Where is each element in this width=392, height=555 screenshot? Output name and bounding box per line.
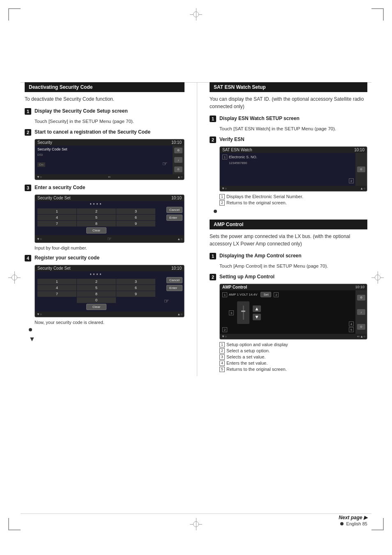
security-code-screen-2: Security Code Set 10:10 **** 1 2 3 4 5 6… xyxy=(35,265,184,317)
sat-screen-time: 10:10 xyxy=(354,148,364,152)
step-2-label: Start to cancel a registration of the Se… xyxy=(35,129,150,136)
amp-ann1-box: 1 xyxy=(222,292,227,297)
btn3-3[interactable]: 3 xyxy=(116,279,155,284)
btn-1[interactable]: 1 xyxy=(37,208,76,214)
amp-ann3-box: 3 xyxy=(229,310,234,315)
btn3-7[interactable]: 7 xyxy=(37,291,76,297)
amp-step-1-label: Displaying the Amp Control screen xyxy=(219,252,302,259)
amp-step-1: 1 Displaying the Amp Control screen xyxy=(210,252,367,259)
sat-ann-1: 1 Displays the Electronic Serial Number. xyxy=(219,194,367,199)
page-dot xyxy=(340,522,344,525)
sat-step-1: 1 Display ESN Watch SETUP screen xyxy=(210,115,367,122)
amp-screen-header: AMP Control 10:10 xyxy=(220,284,367,290)
amp-screen: AMP Control 10:10 1 AMP 1 VOLT 14.4V Set xyxy=(219,284,367,340)
cancel-btn-2[interactable]: Cancel xyxy=(166,277,182,283)
btn3-9[interactable]: 9 xyxy=(116,291,155,297)
amp-ann1-row: 1 AMP 1 VOLT 14.4V Set 2 xyxy=(222,292,353,297)
amp-step-2: 2 Setting up Amp Control xyxy=(210,273,367,280)
btn3-0[interactable]: 0 xyxy=(77,297,116,303)
btn3-2[interactable]: 2 xyxy=(77,279,116,284)
amp-ann-5: 5 Returns to the original screen. xyxy=(219,367,367,372)
screen3-header: Security Code Set 10:10 xyxy=(35,265,184,271)
amp-slider-thumb xyxy=(241,311,245,312)
sat-screen-header: SAT ESN Watch 10:10 xyxy=(220,147,367,153)
step-3-label: Enter a security Code xyxy=(35,184,85,191)
btn3-6[interactable]: 6 xyxy=(116,285,155,291)
screen3-time: 10:10 xyxy=(171,266,182,271)
sat-step-1-desc: Touch [SAT ESN Watch] in the SETUP Menu … xyxy=(219,125,367,132)
amp-down-arrow[interactable]: ▼ xyxy=(253,314,261,320)
right-column: SAT ESN Watch Setup You can display the … xyxy=(197,82,367,376)
btn-4[interactable]: 4 xyxy=(37,215,76,220)
clear-btn-1[interactable]: Clear xyxy=(86,227,106,234)
sat-screen-title: SAT ESN Watch xyxy=(222,148,252,152)
screen3-dots: **** xyxy=(37,273,155,278)
sat-screen-elabel: Electronic S. NO. xyxy=(229,155,257,159)
down-arrow: ▼ xyxy=(29,335,184,343)
sat-side-icons: ⊙ xyxy=(355,153,367,186)
btn-6[interactable]: 6 xyxy=(116,215,155,220)
amp-step-2-label: Setting up Amp Control xyxy=(219,273,274,280)
amp-header: AMP Control xyxy=(210,220,367,229)
bullet-left xyxy=(29,328,32,331)
screen1-side-icons: ⚙ ♪ ⊙ xyxy=(173,146,184,174)
screen1-subtitle: Security Code Set xyxy=(37,147,170,151)
amp-ann2-box: 2 xyxy=(222,327,227,332)
btn-9[interactable]: 9 xyxy=(116,221,155,227)
btn-8[interactable]: 8 xyxy=(77,221,116,227)
screen1-on-btn: On xyxy=(37,162,45,167)
page-number: English 85 xyxy=(339,521,367,526)
screen2-side-btns: Cancel Enter xyxy=(166,207,182,221)
screen1-icon1: ⚙ xyxy=(174,148,182,153)
step-4: 4 Register your security code xyxy=(25,254,184,261)
amp-up-arrow[interactable]: ▲ xyxy=(253,305,261,312)
step-4-label: Register your security code xyxy=(35,254,99,261)
left-column: Deactivating Security Code To deactivate… xyxy=(25,82,197,376)
sat-screen-bottom: ▼○ ▲○ xyxy=(220,186,367,191)
sat-step-2: 2 Verify ESN xyxy=(210,136,367,143)
deactivating-intro: To deactivate the Security Code function… xyxy=(25,95,184,103)
amp-ann5-box-wrap: 5 xyxy=(349,327,354,332)
btn-2[interactable]: 2 xyxy=(77,208,116,214)
amp-step-1-desc: Touch [Amp Control] in the SETUP Menu (p… xyxy=(219,263,367,269)
security-code-screen-1: Security Code Set 10:10 **** 1 2 3 4 5 6… xyxy=(35,194,184,243)
btn3-1[interactable]: 1 xyxy=(37,279,76,284)
note-cleared: Now, your security code is cleared. xyxy=(35,320,184,325)
amp-ann45-boxes: 4 xyxy=(349,321,354,326)
amp-set-btn[interactable]: Set xyxy=(261,292,271,297)
amp-ann-4: 4 Enters the set value. xyxy=(219,361,367,366)
btn3-4[interactable]: 4 xyxy=(37,285,76,291)
clear-btn-2[interactable]: Clear xyxy=(86,304,106,310)
sat-intro: You can display the SAT ID. (with the op… xyxy=(210,95,367,110)
cancel-btn-1[interactable]: Cancel xyxy=(166,207,182,213)
enter-btn-1[interactable]: Enter xyxy=(166,215,182,221)
screen1-title: Security xyxy=(37,140,52,145)
amp-screen-bottom: ▼○ ⇐▲○ xyxy=(220,334,367,339)
amp-screen-time: 10:10 xyxy=(355,285,364,289)
btn-5[interactable]: 5 xyxy=(77,215,116,220)
amp-intro: Sets the power amp connected via the LX … xyxy=(210,233,367,247)
screen3-bottom: ▼○ ▲○ xyxy=(35,312,184,317)
next-page-label: Next page ▶ xyxy=(339,515,367,520)
screen2-bottom: ▼○ ☞ ▲○ xyxy=(35,235,184,243)
btn3-8[interactable]: 8 xyxy=(77,291,116,297)
btn-7[interactable]: 7 xyxy=(37,221,76,227)
sat-screen: SAT ESN Watch 10:10 1 Electronic S. NO. … xyxy=(219,146,367,192)
btn3-5[interactable]: 5 xyxy=(77,285,116,291)
btn3-empty xyxy=(37,297,76,303)
sat-screen-value: 1234567890 xyxy=(229,161,353,165)
sat-annotations: 1 Displays the Electronic Serial Number.… xyxy=(219,194,367,206)
sat-icon1: ⊙ xyxy=(357,166,365,172)
amp-ann4-box: 4 xyxy=(349,321,354,326)
amp-ann-3: 3 Selects a set value. xyxy=(219,354,367,360)
screen3-numpad: 1 2 3 4 5 6 7 8 9 0 xyxy=(37,279,155,303)
divider-bottom xyxy=(21,513,371,514)
btn-3[interactable]: 3 xyxy=(116,208,155,214)
security-screen-1: Security 10:10 Security Code Set DSI On … xyxy=(35,139,184,180)
bullet-right xyxy=(214,210,217,213)
amp-slider[interactable] xyxy=(237,301,249,324)
screen3-title: Security Code Set xyxy=(37,266,71,271)
note-input: Input by four-digit number. xyxy=(35,245,184,250)
enter-btn-2[interactable]: Enter xyxy=(166,285,182,291)
amp-annotations: 1 Setup option and value display 2 Selec… xyxy=(219,342,367,372)
